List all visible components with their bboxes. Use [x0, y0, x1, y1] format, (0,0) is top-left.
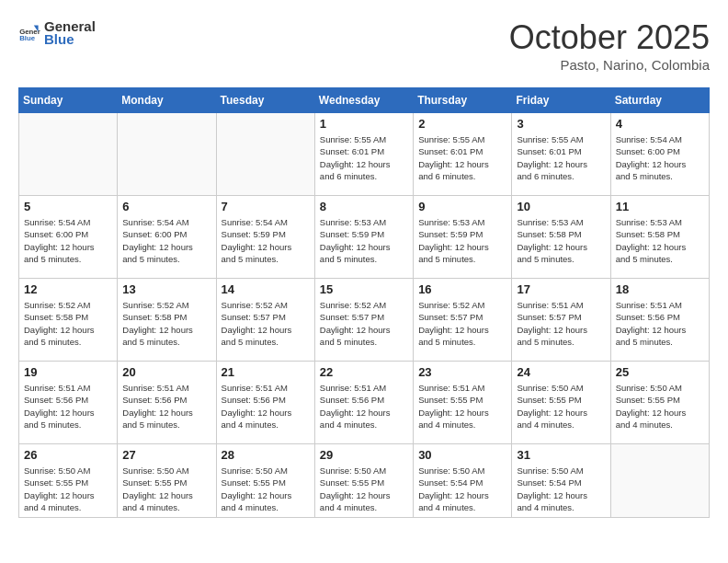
day-info: Sunrise: 5:55 AM Sunset: 6:01 PM Dayligh…	[517, 133, 605, 182]
location-subtitle: Pasto, Narino, Colombia	[509, 57, 710, 73]
calendar-cell: 20Sunrise: 5:51 AM Sunset: 5:56 PM Dayli…	[118, 362, 216, 444]
calendar-cell: 19Sunrise: 5:51 AM Sunset: 5:56 PM Dayli…	[19, 362, 118, 444]
day-number: 18	[616, 282, 704, 296]
weekday-header-saturday: Saturday	[610, 88, 709, 113]
day-number: 19	[24, 365, 112, 379]
calendar-cell: 15Sunrise: 5:52 AM Sunset: 5:57 PM Dayli…	[314, 279, 413, 362]
day-number: 7	[222, 200, 310, 213]
day-info: Sunrise: 5:50 AM Sunset: 5:55 PM Dayligh…	[320, 465, 408, 513]
day-number: 10	[517, 200, 605, 213]
calendar-cell: 4Sunrise: 5:54 AM Sunset: 6:00 PM Daylig…	[610, 113, 709, 196]
day-info: Sunrise: 5:51 AM Sunset: 5:55 PM Dayligh…	[418, 382, 506, 431]
logo-icon: General Blue	[18, 22, 40, 44]
day-info: Sunrise: 5:52 AM Sunset: 5:58 PM Dayligh…	[24, 299, 112, 348]
calendar-cell: 25Sunrise: 5:50 AM Sunset: 5:55 PM Dayli…	[610, 362, 709, 444]
day-number: 8	[320, 200, 408, 213]
day-info: Sunrise: 5:51 AM Sunset: 5:56 PM Dayligh…	[24, 382, 112, 431]
weekday-header-row: SundayMondayTuesdayWednesdayThursdayFrid…	[19, 88, 710, 113]
calendar-cell: 13Sunrise: 5:52 AM Sunset: 5:58 PM Dayli…	[118, 279, 216, 362]
calendar-cell: 11Sunrise: 5:53 AM Sunset: 5:58 PM Dayli…	[610, 196, 709, 279]
calendar-cell: 5Sunrise: 5:54 AM Sunset: 6:00 PM Daylig…	[19, 196, 118, 279]
day-info: Sunrise: 5:51 AM Sunset: 5:56 PM Dayligh…	[320, 382, 408, 431]
weekday-header-sunday: Sunday	[19, 88, 118, 113]
day-info: Sunrise: 5:51 AM Sunset: 5:56 PM Dayligh…	[616, 299, 704, 348]
day-number: 1	[320, 117, 408, 131]
day-number: 21	[222, 365, 310, 379]
day-number: 22	[320, 365, 408, 379]
day-number: 6	[122, 200, 210, 213]
calendar-cell: 17Sunrise: 5:51 AM Sunset: 5:57 PM Dayli…	[512, 279, 610, 362]
day-number: 3	[517, 117, 605, 131]
calendar-cell: 31Sunrise: 5:50 AM Sunset: 5:54 PM Dayli…	[512, 444, 610, 518]
weekday-header-friday: Friday	[512, 88, 610, 113]
weekday-header-thursday: Thursday	[414, 88, 512, 113]
day-info: Sunrise: 5:50 AM Sunset: 5:54 PM Dayligh…	[517, 465, 605, 513]
calendar-cell: 21Sunrise: 5:51 AM Sunset: 5:56 PM Dayli…	[216, 362, 314, 444]
day-info: Sunrise: 5:50 AM Sunset: 5:55 PM Dayligh…	[616, 382, 704, 431]
day-info: Sunrise: 5:55 AM Sunset: 6:01 PM Dayligh…	[418, 133, 506, 182]
logo: General Blue General Blue	[18, 18, 96, 48]
day-number: 16	[418, 282, 506, 296]
calendar-cell: 2Sunrise: 5:55 AM Sunset: 6:01 PM Daylig…	[414, 113, 512, 196]
calendar-table: SundayMondayTuesdayWednesdayThursdayFrid…	[18, 87, 710, 518]
calendar-cell: 6Sunrise: 5:54 AM Sunset: 6:00 PM Daylig…	[118, 196, 216, 279]
calendar-cell: 28Sunrise: 5:50 AM Sunset: 5:55 PM Dayli…	[216, 444, 314, 518]
day-info: Sunrise: 5:52 AM Sunset: 5:57 PM Dayligh…	[418, 299, 506, 348]
day-number: 25	[616, 365, 704, 379]
day-number: 13	[122, 282, 210, 296]
day-number: 26	[24, 448, 112, 462]
day-number: 14	[222, 282, 310, 296]
title-block: October 2025 Pasto, Narino, Colombia	[509, 18, 710, 73]
page-header: General Blue General Blue October 2025 P…	[18, 18, 710, 73]
day-info: Sunrise: 5:54 AM Sunset: 6:00 PM Dayligh…	[616, 133, 704, 182]
calendar-cell: 12Sunrise: 5:52 AM Sunset: 5:58 PM Dayli…	[19, 279, 118, 362]
calendar-cell: 3Sunrise: 5:55 AM Sunset: 6:01 PM Daylig…	[512, 113, 610, 196]
day-number: 28	[222, 448, 310, 462]
calendar-cell	[118, 113, 216, 196]
day-info: Sunrise: 5:54 AM Sunset: 6:00 PM Dayligh…	[122, 216, 210, 265]
calendar-cell: 16Sunrise: 5:52 AM Sunset: 5:57 PM Dayli…	[414, 279, 512, 362]
day-number: 9	[418, 200, 506, 213]
svg-text:Blue: Blue	[19, 34, 36, 42]
calendar-cell	[610, 444, 709, 518]
day-number: 17	[517, 282, 605, 296]
day-info: Sunrise: 5:55 AM Sunset: 6:01 PM Dayligh…	[320, 133, 408, 182]
day-info: Sunrise: 5:54 AM Sunset: 6:00 PM Dayligh…	[24, 216, 112, 265]
day-info: Sunrise: 5:51 AM Sunset: 5:57 PM Dayligh…	[517, 299, 605, 348]
weekday-header-monday: Monday	[118, 88, 216, 113]
calendar-cell: 8Sunrise: 5:53 AM Sunset: 5:59 PM Daylig…	[314, 196, 413, 279]
day-info: Sunrise: 5:53 AM Sunset: 5:59 PM Dayligh…	[418, 216, 506, 265]
calendar-cell: 22Sunrise: 5:51 AM Sunset: 5:56 PM Dayli…	[314, 362, 413, 444]
calendar-cell: 9Sunrise: 5:53 AM Sunset: 5:59 PM Daylig…	[414, 196, 512, 279]
calendar-cell: 24Sunrise: 5:50 AM Sunset: 5:55 PM Dayli…	[512, 362, 610, 444]
calendar-cell: 26Sunrise: 5:50 AM Sunset: 5:55 PM Dayli…	[19, 444, 118, 518]
day-info: Sunrise: 5:50 AM Sunset: 5:55 PM Dayligh…	[517, 382, 605, 431]
calendar-cell	[19, 113, 118, 196]
day-number: 11	[616, 200, 704, 213]
day-info: Sunrise: 5:51 AM Sunset: 5:56 PM Dayligh…	[122, 382, 210, 431]
day-number: 2	[418, 117, 506, 131]
day-info: Sunrise: 5:50 AM Sunset: 5:55 PM Dayligh…	[122, 465, 210, 513]
calendar-cell: 23Sunrise: 5:51 AM Sunset: 5:55 PM Dayli…	[414, 362, 512, 444]
day-info: Sunrise: 5:50 AM Sunset: 5:55 PM Dayligh…	[222, 465, 310, 513]
calendar-cell: 1Sunrise: 5:55 AM Sunset: 6:01 PM Daylig…	[314, 113, 413, 196]
day-info: Sunrise: 5:54 AM Sunset: 5:59 PM Dayligh…	[222, 216, 310, 265]
calendar-cell: 14Sunrise: 5:52 AM Sunset: 5:57 PM Dayli…	[216, 279, 314, 362]
weekday-header-tuesday: Tuesday	[216, 88, 314, 113]
day-number: 15	[320, 282, 408, 296]
day-number: 24	[517, 365, 605, 379]
day-info: Sunrise: 5:52 AM Sunset: 5:58 PM Dayligh…	[122, 299, 210, 348]
day-info: Sunrise: 5:52 AM Sunset: 5:57 PM Dayligh…	[320, 299, 408, 348]
day-number: 31	[517, 448, 605, 462]
calendar-cell: 29Sunrise: 5:50 AM Sunset: 5:55 PM Dayli…	[314, 444, 413, 518]
calendar-week-row: 19Sunrise: 5:51 AM Sunset: 5:56 PM Dayli…	[19, 362, 710, 444]
day-number: 29	[320, 448, 408, 462]
day-number: 4	[616, 117, 704, 131]
day-number: 20	[122, 365, 210, 379]
day-number: 12	[24, 282, 112, 296]
weekday-header-wednesday: Wednesday	[314, 88, 413, 113]
month-title: October 2025	[509, 18, 710, 57]
day-number: 30	[418, 448, 506, 462]
day-number: 5	[24, 200, 112, 213]
day-number: 23	[418, 365, 506, 379]
